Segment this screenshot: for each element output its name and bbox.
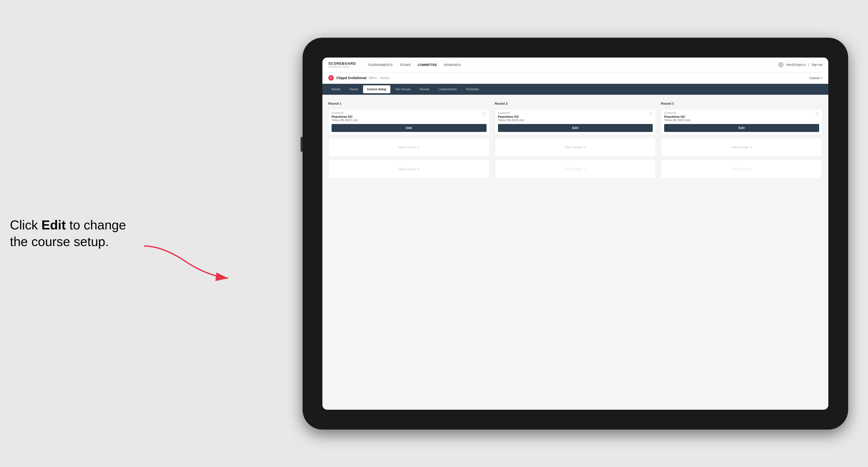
arrow-indicator xyxy=(139,239,238,288)
round-3-edit-button[interactable]: Edit xyxy=(664,124,819,132)
plus-icon-2: + xyxy=(417,167,420,172)
round-1-delete-icon[interactable]: ☐ xyxy=(482,111,487,116)
rounds-grid: Round 1 ☐ (Course A) Peachtree GC Yellow… xyxy=(328,102,823,179)
round-3-course-name: Peachtree GC xyxy=(664,115,819,119)
add-course-label-r3-2: Add Course xyxy=(731,167,748,171)
round-2-add-course-2: Add Course + xyxy=(495,159,656,179)
content-area: Round 1 ☐ (Course A) Peachtree GC Yellow… xyxy=(322,95,828,410)
sub-header: C Clippd Invitational (Men) Hosting Canc… xyxy=(322,72,828,84)
round-2-course-name: Peachtree GC xyxy=(498,115,653,119)
trash-icon: ☐ xyxy=(483,112,486,116)
brand-title: SCOREBOARD xyxy=(328,62,356,65)
round-1-course-label: (Course A) xyxy=(332,112,487,114)
round-2-header: Round 2 xyxy=(495,102,656,105)
close-icon: × xyxy=(820,76,823,80)
instruction-prefix: Click xyxy=(10,218,41,232)
nav-teams[interactable]: TEAMS xyxy=(400,63,411,67)
clippd-logo: C xyxy=(328,75,334,81)
add-course-label-2: Add Course xyxy=(399,167,416,171)
trash-icon-2: ☐ xyxy=(649,112,652,116)
cancel-button[interactable]: Cancel × xyxy=(809,76,823,80)
add-course-label-r2-2: Add Course xyxy=(565,167,582,171)
round-3-column: Round 3 ☐ (Course A) Peachtree GC Yellow… xyxy=(661,102,823,179)
brand: SCOREBOARD Powered by clippd xyxy=(328,62,356,68)
tab-details[interactable]: Details xyxy=(328,85,344,93)
round-2-edit-button[interactable]: Edit xyxy=(498,124,653,132)
round-1-add-course-2[interactable]: Add Course + xyxy=(328,159,490,179)
round-2-column: Round 2 ☐ (Course A) Peachtree GC Yellow… xyxy=(495,102,656,179)
round-3-delete-icon[interactable]: ☐ xyxy=(815,111,819,116)
round-2-delete-icon[interactable]: ☐ xyxy=(648,111,653,116)
nav-links: TOURNAMENTS TEAMS COMMITTEE RANKINGS xyxy=(368,63,770,67)
round-1-header: Round 1 xyxy=(328,102,490,105)
round-1-course-details: Yellow (M) (6629 yds) xyxy=(332,119,487,122)
plus-icon-r3-2: + xyxy=(750,167,752,172)
tab-leaderboards[interactable]: Leaderboards xyxy=(434,85,461,93)
tab-course-setup[interactable]: Course Setup xyxy=(363,85,390,93)
nav-rankings[interactable]: RANKINGS xyxy=(444,63,461,67)
top-nav: SCOREBOARD Powered by clippd TOURNAMENTS… xyxy=(322,58,828,72)
nav-right: blair@clippd.io | Sign out xyxy=(778,62,823,67)
tab-printables[interactable]: Printables xyxy=(462,85,483,93)
add-course-label-r3-1: Add Course xyxy=(731,145,748,149)
nav-committee[interactable]: COMMITTEE xyxy=(417,63,437,67)
round-3-add-course-2: Add Course + xyxy=(661,159,823,179)
tab-bar: Details Teams Course Setup Tee Groups Re… xyxy=(322,84,828,95)
tablet-screen: SCOREBOARD Powered by clippd TOURNAMENTS… xyxy=(322,58,828,410)
round-1-add-course-1[interactable]: Add Course + xyxy=(328,138,490,157)
round-1-course-card: ☐ (Course A) Peachtree GC Yellow (M) (66… xyxy=(328,109,490,135)
round-3-course-card: ☐ (Course A) Peachtree GC Yellow (M) (66… xyxy=(661,109,823,135)
instruction-bold: Edit xyxy=(41,218,66,232)
round-2-course-card: ☐ (Course A) Peachtree GC Yellow (M) (66… xyxy=(495,109,656,135)
round-1-edit-button[interactable]: Edit xyxy=(332,124,487,132)
tab-results[interactable]: Results xyxy=(416,85,434,93)
sign-out-link[interactable]: Sign out xyxy=(811,63,823,66)
round-3-header: Round 3 xyxy=(661,102,823,105)
instruction-text: Click Edit to change the course setup. xyxy=(10,217,139,250)
plus-icon-r3-1: + xyxy=(750,145,752,150)
separator: | xyxy=(808,63,809,66)
round-2-add-course-1[interactable]: Add Course + xyxy=(495,138,656,157)
trash-icon-3: ☐ xyxy=(816,112,819,116)
tab-teams[interactable]: Teams xyxy=(345,85,362,93)
user-email: blair@clippd.io xyxy=(786,63,806,66)
round-1-course-name: Peachtree GC xyxy=(332,115,487,119)
tablet-frame: SCOREBOARD Powered by clippd TOURNAMENTS… xyxy=(303,38,848,430)
tournament-gender: (Men) xyxy=(369,76,376,80)
round-3-course-label: (Course A) xyxy=(664,112,819,114)
add-course-label-r2-1: Add Course xyxy=(565,145,582,149)
add-course-label-1: Add Course xyxy=(399,145,416,149)
round-2-course-details: Yellow (M) (6629 yds) xyxy=(498,119,653,122)
round-2-course-label: (Course A) xyxy=(498,112,653,114)
plus-icon-r2-1: + xyxy=(584,145,586,150)
tournament-name: Clippd Invitational xyxy=(336,76,366,80)
round-1-column: Round 1 ☐ (Course A) Peachtree GC Yellow… xyxy=(328,102,490,179)
cancel-label: Cancel xyxy=(809,76,819,80)
plus-icon-1: + xyxy=(417,145,420,150)
hosting-badge: Hosting xyxy=(380,76,390,80)
plus-icon-r2-2: + xyxy=(584,167,586,172)
sub-header-left: C Clippd Invitational (Men) Hosting xyxy=(328,75,390,81)
avatar xyxy=(778,62,784,67)
round-3-add-course-1[interactable]: Add Course + xyxy=(661,138,823,157)
brand-sub: Powered by clippd xyxy=(328,65,356,68)
round-3-course-details: Yellow (M) (6629 yds) xyxy=(664,119,819,122)
tab-tee-groups[interactable]: Tee Groups xyxy=(391,85,415,93)
nav-tournaments[interactable]: TOURNAMENTS xyxy=(368,63,393,67)
